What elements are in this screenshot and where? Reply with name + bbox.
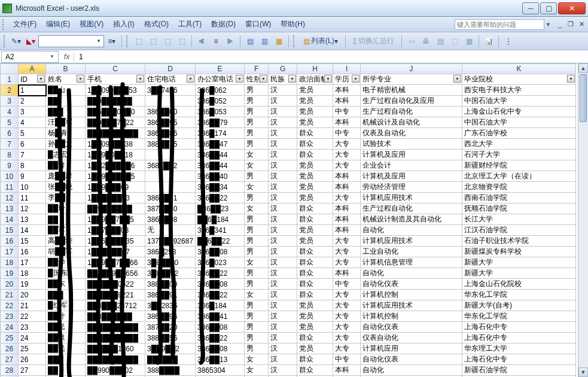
cell[interactable]: 3█8██92 [145,268,196,279]
cell[interactable]: 本科 [333,214,361,225]
cell[interactable]: 杨█青 [46,128,86,139]
cell[interactable]: 生产过程自动化 [361,107,462,117]
cell[interactable]: 汉 [269,354,297,365]
cell[interactable]: 1██7███08 [86,225,145,236]
cell[interactable]: ██民 [46,343,86,354]
cell[interactable]: ██████████ [86,354,145,365]
tb-icon-1[interactable]: ▭ [405,35,418,48]
cell[interactable]: 汉 [269,225,297,236]
cell[interactable]: 386██34 [196,182,245,193]
cell[interactable]: 计算机应用 [361,343,462,354]
cell[interactable]: 大专 [333,300,361,311]
cell[interactable]: ██7██9██656 [86,268,145,279]
cell[interactable]: 广东石油学校 [462,128,576,139]
merge-cells-icon[interactable]: ⬚ [161,35,174,48]
cell[interactable]: 386██40 [196,171,245,182]
cell[interactable]: 5 [19,128,46,139]
cell[interactable]: 本科 [333,182,361,193]
row-header[interactable]: 19 [1,268,19,279]
row-header[interactable]: 14 [1,214,19,225]
header-cell[interactable]: 性别▼ [245,74,269,85]
row-header[interactable]: 26 [1,343,19,354]
align-left-icon[interactable]: ⫷ [195,35,208,48]
cell[interactable]: 大专 [333,193,361,203]
row-header[interactable]: 2 [1,85,19,96]
cell[interactable]: 上海石化中专 [462,354,576,365]
filter-button[interactable]: ▼ [324,75,332,83]
cell[interactable]: 汉 [269,96,297,107]
cell[interactable]: 群众 [297,128,333,139]
doc-close-button[interactable]: ✕ [577,20,586,29]
cell[interactable]: 群众 [297,354,333,365]
cell[interactable]: ██玲 [46,203,86,214]
cell[interactable]: 387██30 [145,203,196,214]
cell[interactable]: 汉 [269,268,297,279]
cell[interactable] [145,171,196,182]
cell[interactable]: 1██9██7██5 [86,214,145,225]
cell[interactable]: 本科 [333,117,361,128]
cell[interactable]: 386██22 [196,333,245,343]
cell[interactable]: ██华 [46,257,86,268]
cell[interactable]: 386██22 [196,290,245,300]
cell[interactable]: 新疆煤炭专科学校 [462,247,576,257]
cell[interactable]: 群众 [297,139,333,150]
cell[interactable]: 计算机控制 [361,290,462,300]
cell[interactable]: 3██7416 [145,85,196,96]
cell[interactable]: 党员 [297,85,333,96]
cell[interactable]: 388██56 [145,333,196,343]
cell[interactable]: 中国石油大学 [462,117,576,128]
cell[interactable]: 新疆大学 [462,257,576,268]
cell[interactable]: 党员 [297,117,333,128]
row-header[interactable]: 6 [1,128,19,139]
scroll-up-icon[interactable]: ▲ [578,63,588,73]
cell[interactable]: ██泉 [46,333,86,343]
row-header[interactable]: 5 [1,117,19,128]
cell[interactable]: 仪表自动化 [361,333,462,343]
cell[interactable]: 仪表及自动化 [361,128,462,139]
cell[interactable]: 386██79 [196,117,245,128]
cell[interactable]: 中专 [333,354,361,365]
row-header[interactable]: 16 [1,236,19,247]
cell[interactable]: 386█062 [196,85,245,96]
cell[interactable]: 男 [245,85,269,96]
cell[interactable]: 1 [19,85,46,96]
cell[interactable]: 本科 [333,85,361,96]
cell[interactable]: 汉 [269,193,297,203]
cell[interactable]: 党员 [297,300,333,311]
cell[interactable]: 计算机及应用 [361,150,462,160]
cell[interactable]: 党员 [297,171,333,182]
cell[interactable]: 男 [245,300,269,311]
name-box[interactable]: A2▼ [1,51,59,63]
cell[interactable]: 24 [19,333,46,343]
cell[interactable]: 男 [245,247,269,257]
cell[interactable]: 女 [245,354,269,365]
cell[interactable]: ██ [46,96,86,107]
cell[interactable]: 386█052 [196,96,245,107]
cell[interactable]: 8 [19,160,46,171]
toolbar-handle-1[interactable] [4,35,7,47]
cell[interactable]: 21 [19,300,46,311]
cell[interactable]: 386█053 [196,107,245,117]
cell[interactable]: 汉 [269,171,297,182]
cell[interactable]: 汉 [269,365,297,376]
cell[interactable]: 12 [19,203,46,214]
menubar-handle[interactable] [2,19,6,30]
cell[interactable]: 上海金山石化院校 [462,279,576,290]
cell[interactable]: 男 [245,171,269,182]
cell[interactable]: ██ [46,214,86,225]
cell[interactable]: 上海石化中专 [462,333,576,343]
cell[interactable]: 高██华 [46,236,86,247]
cell[interactable]: ██████8221 [86,290,145,300]
tb-icon-2[interactable]: 🖶 [419,35,432,48]
filter-button[interactable]: ▼ [288,75,296,83]
cell[interactable]: ██6█184 [196,214,245,225]
close-button[interactable]: ✕ [558,2,586,14]
cell[interactable]: 本科 [333,171,361,182]
cell[interactable]: 4 [19,117,46,128]
cell[interactable]: ██群 [46,160,86,171]
menu-insert[interactable]: 插入(I) [108,17,139,31]
cell[interactable]: 11 [19,193,46,203]
menu-view[interactable]: 视图(V) [75,17,108,31]
cell[interactable]: 汉 [269,107,297,117]
cell[interactable]: 386██00 [145,107,196,117]
